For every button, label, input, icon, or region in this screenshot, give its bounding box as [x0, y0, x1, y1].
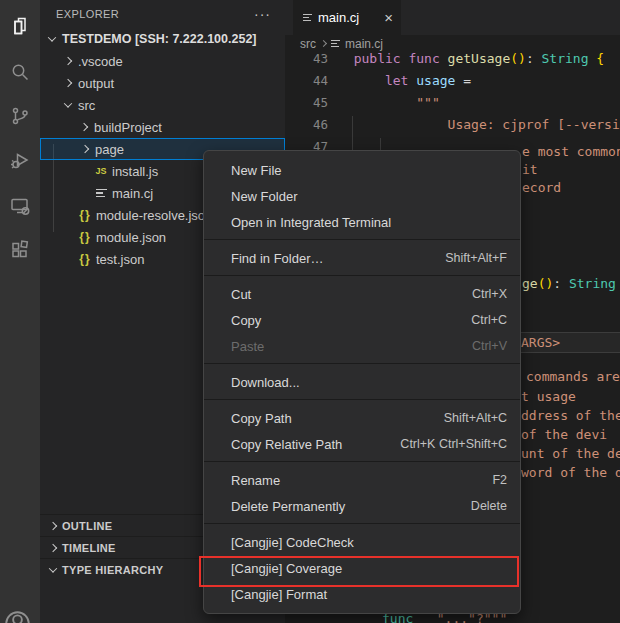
tab-label: main.cj [318, 10, 359, 25]
menu-item-label: Rename [231, 473, 280, 488]
menu-item-open-in-integrated-terminal[interactable]: Open in Integrated Terminal [204, 209, 520, 235]
menu-separator [204, 523, 520, 524]
code-token: getUsage [448, 51, 511, 66]
menu-item-cangjie-coverage[interactable]: [Cangjie] Coverage [204, 555, 520, 581]
twisty-icon [44, 523, 62, 529]
code-token: String [542, 51, 589, 66]
menu-item-label: Delete Permanently [231, 499, 345, 514]
menu-item-find-in-folder[interactable]: Find in Folder… Shift+Alt+F [204, 245, 520, 271]
code-text: let usage = [328, 73, 471, 88]
menu-separator [204, 399, 520, 400]
menu-item-new-file[interactable]: New File [204, 157, 520, 183]
menu-item-rename[interactable]: Rename F2 [204, 467, 520, 493]
tree-item-label: src [78, 98, 95, 113]
menu-item-label: Cut [231, 287, 251, 302]
section-label: OUTLINE [62, 520, 112, 532]
menu-item-label: Download... [231, 375, 300, 390]
search-icon[interactable] [0, 52, 40, 92]
file-icon: {} [76, 252, 94, 266]
code-token: public [354, 51, 401, 66]
code-text: """ [328, 95, 440, 110]
menu-separator [204, 363, 520, 364]
code-text: Usage: cjprof [--version [328, 117, 620, 132]
menu-item-label: New Folder [231, 189, 297, 204]
menu-item-shortcut: Shift+Alt+C [444, 411, 507, 425]
menu-item-copy-relative-path[interactable]: Copy Relative Path Ctrl+K Ctrl+Shift+C [204, 431, 520, 457]
menu-item-shortcut: Ctrl+K Ctrl+Shift+C [400, 437, 507, 451]
menu-item-label: Copy Relative Path [231, 437, 342, 452]
section-label: TIMELINE [62, 542, 116, 554]
menu-item-copy-path[interactable]: Copy Path Shift+Alt+C [204, 405, 520, 431]
menu-item-copy[interactable]: Copy Ctrl+C [204, 307, 520, 333]
menu-item-shortcut: Ctrl+V [472, 339, 507, 353]
code-line: 43 public func getUsage(): String { [285, 47, 620, 69]
file-icon: {} [76, 230, 94, 244]
menu-item-label: Find in Folder… [231, 251, 323, 266]
section-label: TYPE HIERARCHY [62, 564, 163, 576]
menu-item-shortcut: F2 [492, 473, 507, 487]
tree-item-buildproject[interactable]: buildProject [40, 116, 285, 138]
account-icon[interactable] [0, 601, 40, 623]
tree-item-label: page [95, 142, 124, 157]
tree-item-vscode[interactable]: .vscode [40, 50, 285, 72]
menu-item-paste: Paste Ctrl+V [204, 333, 520, 359]
line-number: 45 [285, 95, 328, 110]
code-token [338, 51, 354, 66]
menu-item-shortcut: Ctrl+C [471, 313, 507, 327]
extensions-icon[interactable] [0, 230, 40, 270]
source-control-icon[interactable] [0, 96, 40, 136]
code-token: Usage: cjprof [--version [338, 117, 620, 132]
tab-bar: main.cj × [285, 0, 620, 35]
tree-item-label: buildProject [94, 120, 162, 135]
cangjie-file-icon [303, 14, 312, 21]
tree-item-src[interactable]: src [40, 94, 285, 116]
code-token: () [510, 51, 526, 66]
menu-item-label: Open in Integrated Terminal [231, 215, 391, 230]
tree-item-output[interactable]: output [40, 72, 285, 94]
menu-item-download[interactable]: Download... [204, 369, 520, 395]
menu-item-label: New File [231, 163, 282, 178]
line-number: 43 [285, 51, 328, 66]
line-number: 46 [285, 117, 328, 132]
context-menu: New File New Folder Open in Integrated T… [203, 150, 521, 614]
twisty-icon [44, 567, 62, 573]
menu-item-label: [Cangjie] Format [231, 587, 327, 602]
code-token [440, 51, 448, 66]
tree-item-label: main.cj [112, 186, 153, 201]
menu-item-new-folder[interactable]: New Folder [204, 183, 520, 209]
twisty-icon [60, 102, 76, 108]
file-icon: JS [92, 166, 110, 176]
file-icon [92, 189, 110, 198]
menu-separator [204, 239, 520, 240]
menu-item-delete-permanently[interactable]: Delete Permanently Delete [204, 493, 520, 519]
more-actions-icon[interactable]: ··· [254, 9, 271, 19]
code-token: usage [416, 73, 455, 88]
menu-item-cangjie-codecheck[interactable]: [Cangjie] CodeCheck [204, 529, 520, 555]
tree-item-label: module-resolve.json [96, 208, 212, 223]
menu-item-label: [Cangjie] Coverage [231, 561, 342, 576]
remote-explorer-icon[interactable] [0, 186, 40, 226]
tree-item-label: test.json [96, 252, 144, 267]
tree-item-label: module.json [96, 230, 166, 245]
code-token: : [526, 51, 542, 66]
cangjie-file-icon [331, 40, 340, 47]
menu-item-shortcut: Delete [471, 499, 507, 513]
code-token: let [385, 73, 408, 88]
menu-item-cangjie-format[interactable]: [Cangjie] Format [204, 581, 520, 607]
vscode-window: EXPLORER ··· TESTDEMO [SSH: 7.222.100.25… [0, 0, 620, 623]
twisty-icon [44, 36, 60, 42]
close-icon[interactable]: × [384, 10, 393, 25]
twisty-icon [60, 80, 76, 86]
code-area: 43 public func getUsage(): String { 44 l… [285, 47, 620, 157]
tree-item-label: TESTDEMO [SSH: 7.222.100.252] [62, 32, 257, 46]
twisty-icon [76, 124, 92, 130]
menu-item-shortcut: Shift+Alt+F [445, 251, 507, 265]
tree-item-label: install.js [112, 164, 158, 179]
code-line: 46 Usage: cjprof [--version [285, 113, 620, 135]
explorer-icon[interactable] [0, 6, 40, 46]
menu-item-cut[interactable]: Cut Ctrl+X [204, 281, 520, 307]
tab-main-cj[interactable]: main.cj × [293, 0, 401, 35]
run-and-debug-icon[interactable] [0, 140, 40, 180]
tree-item-testdemo-ssh-7-222-100-252[interactable]: TESTDEMO [SSH: 7.222.100.252] [40, 28, 285, 50]
menu-item-label: Copy [231, 313, 261, 328]
